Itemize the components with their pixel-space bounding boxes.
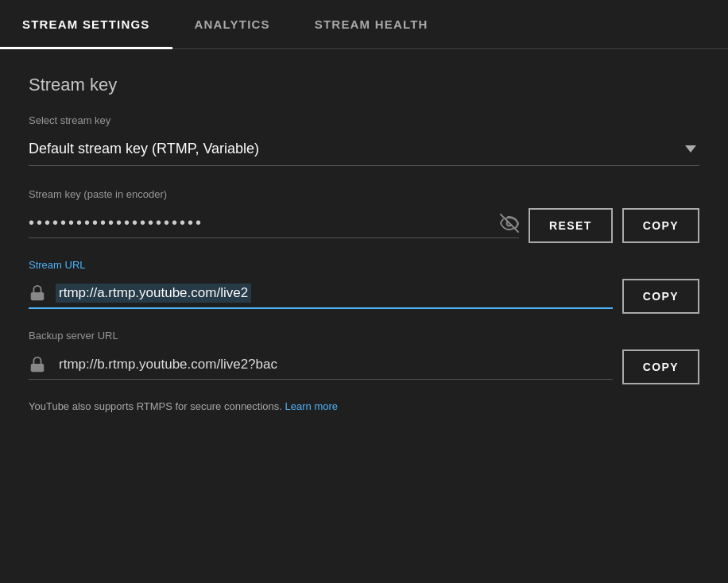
key-field: •••••••••••••••••••••• [29,214,519,238]
stream-url-label: Stream URL [29,259,699,271]
lock-icon [29,284,46,302]
backup-url-label: Backup server URL [29,330,699,342]
backup-lock-icon [29,356,46,373]
learn-more-link[interactable]: Learn more [285,400,338,412]
svg-rect-0 [31,292,45,300]
select-label: Select stream key [29,114,699,126]
stream-url-section: Stream URL rtmp://a.rtmp.youtube.com/liv… [29,259,699,314]
select-value: Default stream key (RTMP, Variable) [29,141,259,157]
backup-url-field[interactable]: rtmp://b.rtmp.youtube.com/live2?bac [29,355,613,380]
backup-url-value: rtmp://b.rtmp.youtube.com/live2?bac [56,355,281,374]
stream-url-value: rtmp://a.rtmp.youtube.com/live2 [56,284,251,303]
svg-rect-1 [31,364,45,372]
key-label: Stream key (paste in encoder) [29,188,699,200]
copy-backup-url-button[interactable]: COPY [622,349,699,384]
tab-analytics[interactable]: Analytics [172,0,292,48]
eye-off-icon[interactable] [500,214,519,233]
stream-key-select[interactable]: Default stream key (RTMP, Variable) [29,133,699,166]
select-display[interactable]: Default stream key (RTMP, Variable) [29,133,699,166]
copy-key-button[interactable]: COPY [622,208,699,243]
tab-stream-health[interactable]: Stream Health [292,0,451,48]
tab-stream-settings[interactable]: Stream Settings [0,0,172,48]
stream-url-input-row: rtmp://a.rtmp.youtube.com/live2 COPY [29,279,699,314]
main-content: Stream key Select stream key Default str… [0,49,728,438]
key-dots: •••••••••••••••••••••• [29,214,500,232]
backup-url-input-row: rtmp://b.rtmp.youtube.com/live2?bac COPY [29,349,699,384]
backup-url-section: Backup server URL rtmp://b.rtmp.youtube.… [29,330,699,384]
section-title: Stream key [29,75,699,95]
chevron-down-icon [685,145,696,153]
footnote: YouTube also supports RTMPS for secure c… [29,400,699,412]
copy-stream-url-button[interactable]: COPY [622,279,699,314]
reset-button[interactable]: RESET [529,208,613,243]
stream-url-field[interactable]: rtmp://a.rtmp.youtube.com/live2 [29,284,613,309]
stream-key-row: Stream key (paste in encoder) ••••••••••… [29,188,699,243]
footnote-text: YouTube also supports RTMPS for secure c… [29,400,282,412]
tab-bar: Stream Settings Analytics Stream Health [0,0,728,49]
key-input-group: •••••••••••••••••••••• RESET COPY [29,208,699,243]
